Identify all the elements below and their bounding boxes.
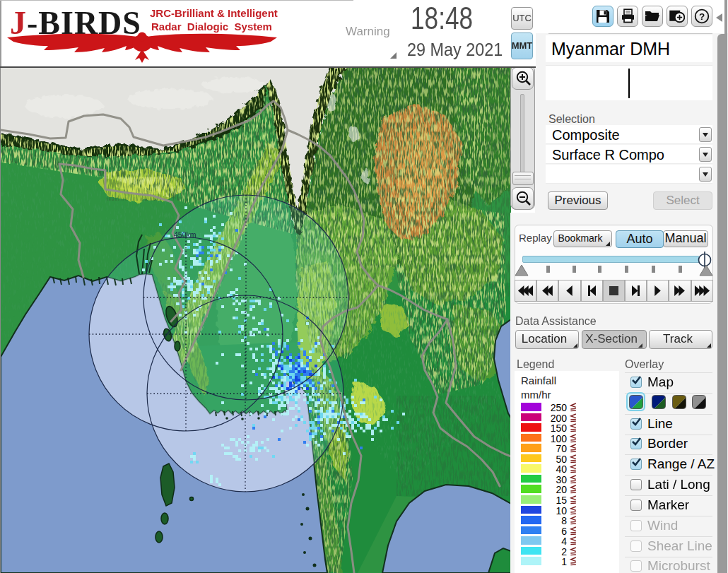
svg-text:?: ? <box>699 11 705 22</box>
svg-text:450km: 450km <box>174 230 196 239</box>
